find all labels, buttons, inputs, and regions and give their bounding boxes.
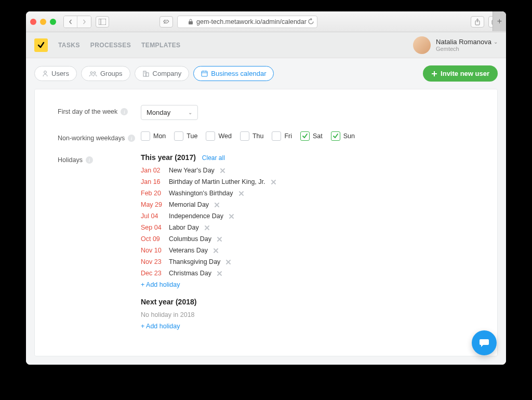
holiday-row: Jan 02New Year's Day <box>141 167 474 174</box>
holidays-label: Holidays <box>58 156 83 164</box>
share-button[interactable] <box>471 16 484 28</box>
holiday-row: Feb 20Washington's Birthday <box>141 190 474 197</box>
weekday-checkbox-wed[interactable] <box>206 131 215 141</box>
tab-business-calendar[interactable]: Business calendar <box>193 66 274 81</box>
avatar <box>413 36 431 54</box>
nav-templates[interactable]: TEMPLATES <box>141 42 180 49</box>
chevron-down-icon: ⌄ <box>494 39 498 45</box>
building-icon <box>142 70 150 77</box>
delete-holiday-icon[interactable] <box>214 202 220 208</box>
app-header: TASKS PROCESSES TEMPLATES Natalia Romano… <box>26 32 506 58</box>
holiday-name: Birthday of Martin Luther King, Jr. <box>169 178 265 185</box>
holiday-name: Labor Day <box>169 224 199 231</box>
holiday-date: Jan 16 <box>141 178 164 185</box>
holiday-row: Oct 09Columbus Day <box>141 235 474 243</box>
holiday-name: New Year's Day <box>169 167 215 174</box>
user-menu[interactable]: Natalia Romanova⌄ Gemtech <box>413 36 498 54</box>
delete-holiday-icon[interactable] <box>225 259 231 265</box>
weekday-checkbox-sat[interactable] <box>300 131 310 141</box>
svg-rect-10 <box>146 73 149 76</box>
holiday-row: May 29Memorial Day <box>141 201 474 208</box>
first-day-select[interactable]: Monday ⌄ <box>141 105 198 120</box>
svg-point-8 <box>94 72 96 74</box>
invite-user-button[interactable]: Invite new user <box>423 65 498 82</box>
holiday-name: Columbus Day <box>169 235 211 243</box>
clear-all-link[interactable]: Clear all <box>202 154 225 162</box>
holiday-row: Jan 16Birthday of Martin Luther King, Jr… <box>141 178 474 185</box>
user-icon <box>42 70 48 77</box>
holiday-name: Christmas Day <box>169 270 211 277</box>
first-day-label: First day of the week <box>58 108 117 115</box>
svg-point-7 <box>90 72 92 74</box>
next-year-title: Next year (2018) <box>141 298 196 306</box>
info-icon[interactable]: i <box>121 108 128 115</box>
reload-button[interactable] <box>304 16 317 28</box>
holiday-date: Feb 20 <box>141 190 164 197</box>
app-logo[interactable] <box>34 38 48 52</box>
sidebar-toggle-icon[interactable] <box>96 16 109 28</box>
maximize-window-icon[interactable] <box>50 19 56 25</box>
chat-icon <box>478 337 490 349</box>
delete-holiday-icon[interactable] <box>271 179 276 185</box>
calendar-settings-card: First day of the weeki Monday ⌄ Non-work… <box>34 89 498 356</box>
holiday-row: Dec 23Christmas Day <box>141 270 474 277</box>
holiday-name: Veterans Day <box>169 247 208 254</box>
admin-tabs: Users Groups Company Business calendar I… <box>26 58 506 89</box>
weekday-checkbox-thu[interactable] <box>240 131 249 141</box>
this-year-title: This year (2017) <box>141 153 196 162</box>
back-button[interactable] <box>64 16 77 28</box>
tab-users[interactable]: Users <box>34 66 77 81</box>
delete-holiday-icon[interactable] <box>238 191 244 196</box>
delete-holiday-icon[interactable] <box>220 168 225 174</box>
url-bar[interactable]: gem-tech.metawork.io/admin/calendar <box>177 16 318 28</box>
weekday-label: Wed <box>218 132 231 140</box>
user-name: Natalia Romanova <box>436 38 491 46</box>
lock-icon <box>188 19 193 25</box>
delete-holiday-icon[interactable] <box>217 271 222 276</box>
nav-processes[interactable]: PROCESSES <box>90 42 131 49</box>
add-holiday-next-year[interactable]: + Add holiday <box>141 323 474 330</box>
weekday-label: Sat <box>313 132 323 140</box>
holiday-row: Jul 04Independence Day <box>141 212 474 220</box>
weekday-label: Mon <box>153 132 166 140</box>
weekday-label: Tue <box>187 132 197 140</box>
browser-titlebar: gem-tech.metawork.io/admin/calendar + <box>26 11 506 32</box>
holiday-row: Nov 10Veterans Day <box>141 247 474 254</box>
delete-holiday-icon[interactable] <box>204 225 210 231</box>
holiday-date: Dec 23 <box>141 270 164 277</box>
holiday-date: Jul 04 <box>141 212 164 220</box>
weekday-label: Fri <box>284 132 292 140</box>
info-icon[interactable]: i <box>86 156 93 164</box>
holiday-name: Washington's Birthday <box>169 190 233 197</box>
new-tab-button[interactable]: + <box>493 11 506 31</box>
svg-rect-0 <box>99 19 106 25</box>
holiday-name: Memorial Day <box>169 201 209 208</box>
user-company: Gemtech <box>436 46 498 52</box>
holiday-date: Nov 10 <box>141 247 164 254</box>
weekday-label: Sun <box>343 132 355 140</box>
holiday-date: Nov 23 <box>141 258 164 265</box>
tab-company[interactable]: Company <box>135 66 190 81</box>
weekday-checkbox-tue[interactable] <box>174 131 183 141</box>
minimize-window-icon[interactable] <box>40 19 46 25</box>
svg-rect-13 <box>202 71 207 76</box>
tab-groups[interactable]: Groups <box>81 66 130 81</box>
holiday-date: Oct 09 <box>141 235 164 243</box>
weekday-checkbox-sun[interactable] <box>331 131 340 141</box>
holiday-name: Independence Day <box>169 212 223 220</box>
reader-icon[interactable] <box>159 16 173 28</box>
group-icon <box>89 71 97 77</box>
delete-holiday-icon[interactable] <box>213 248 219 254</box>
weekday-checkbox-mon[interactable] <box>141 131 150 141</box>
holiday-row: Sep 04Labor Day <box>141 224 474 231</box>
add-holiday-this-year[interactable]: + Add holiday <box>141 281 474 288</box>
nav-tasks[interactable]: TASKS <box>58 42 80 49</box>
close-window-icon[interactable] <box>30 19 36 25</box>
holiday-date: Sep 04 <box>141 224 164 231</box>
delete-holiday-icon[interactable] <box>217 236 222 242</box>
info-icon[interactable]: i <box>128 135 135 142</box>
forward-button[interactable] <box>77 16 91 28</box>
delete-holiday-icon[interactable] <box>229 214 234 219</box>
help-chat-button[interactable] <box>472 330 497 355</box>
weekday-checkbox-fri[interactable] <box>272 131 281 141</box>
